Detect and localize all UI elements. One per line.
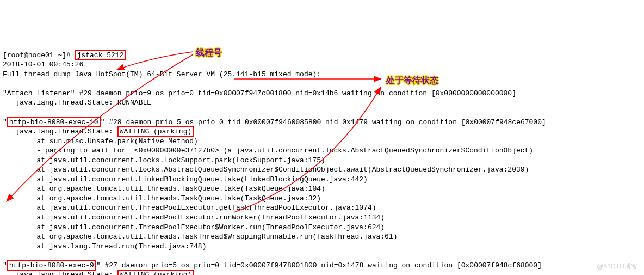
annotation-thread-number: 线程号 (196, 47, 222, 59)
thread2-stack-6: at org.apache.tomcat.util.threads.TaskQu… (3, 194, 321, 203)
terminal-output: [root@node01 ~]# jstack 5212 2018-10-01 … (3, 41, 641, 275)
thread2-stack-2: at java.util.concurrent.locks.LockSuppor… (3, 156, 325, 164)
thread2-rest: " #28 daemon prio=5 os_prio=0 tid=0x0000… (101, 118, 546, 126)
thread3-name-box: http-bio-8080-exec-9 (7, 260, 96, 271)
thread3-pre: " (3, 261, 7, 270)
thread2-stack-3: at java.util.concurrent.locks.AbstractQu… (3, 166, 529, 174)
thread2-stack-10: at org.apache.tomcat.util.threads.TaskTh… (3, 233, 398, 241)
thread2-name-box: http-bio-8080-exec-10 (7, 117, 101, 127)
thread1-header: "Attach Listener" #29 daemon prio=9 os_p… (3, 89, 516, 97)
thread2-stack-8: at java.util.concurrent.ThreadPoolExecut… (3, 213, 385, 222)
command-box: jstack 5212 (75, 50, 126, 60)
thread2-pre: " (3, 118, 7, 126)
thread2-stack-9: at java.util.concurrent.ThreadPoolExecut… (3, 223, 385, 231)
thread2-stack-5: at org.apache.tomcat.util.threads.TaskQu… (3, 185, 325, 193)
thread3-state-pre: java.lang.Thread.State: (3, 271, 117, 275)
thread2-stack-11: at java.lang.Thread.run(Thread.java:748) (3, 242, 206, 250)
shell-prompt: [root@node01 ~]# (3, 51, 75, 59)
thread2-state-box: WAITING (parking) (117, 126, 194, 137)
thread2-stack-4: at java.util.concurrent.LinkedBlockingQu… (3, 175, 368, 184)
annotation-waiting-state: 处于等待状态 (386, 75, 438, 87)
thread2-stack-1: - parking to wait for <0x00000000e37127b… (3, 146, 533, 155)
thread3-state-box: WAITING (parking) (117, 270, 194, 275)
dump-header: Full thread dump Java HotSpot(TM) 64-Bit… (3, 70, 321, 78)
thread1-state: java.lang.Thread.State: RUNNABLE (3, 99, 151, 107)
thread2-state-pre: java.lang.Thread.State: (3, 127, 117, 136)
thread3-rest: " #27 daemon prio=5 os_prio=0 tid=0x0000… (96, 261, 542, 270)
timestamp: 2018-10-01 00:45:26 (3, 60, 83, 69)
thread2-stack-7: at java.util.concurrent.ThreadPoolExecut… (3, 204, 376, 212)
thread2-stack-0: at sun.misc.Unsafe.park(Native Method) (3, 137, 198, 145)
